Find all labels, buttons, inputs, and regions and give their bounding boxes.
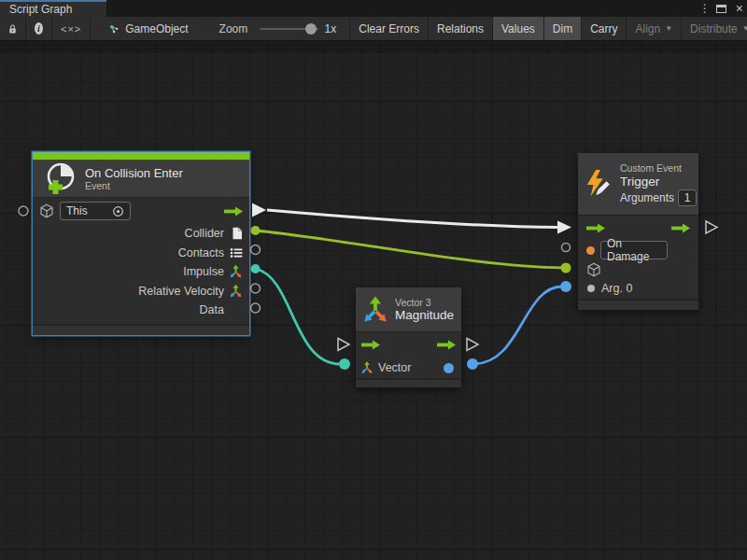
vector3-icon <box>229 265 243 279</box>
port-contacts-row[interactable]: Contacts <box>33 244 249 263</box>
zoom-label: Zoom <box>219 22 248 35</box>
port-data-row[interactable]: Data <box>33 301 249 320</box>
target-picker-icon[interactable] <box>112 205 124 217</box>
chevron-down-icon: ▼ <box>665 24 672 33</box>
flow-input-port[interactable] <box>360 340 381 350</box>
flow-output-port[interactable] <box>223 206 244 217</box>
vector3-icon <box>361 296 389 324</box>
flow-row <box>356 332 461 357</box>
port-impulse-row[interactable]: Impulse <box>33 262 249 282</box>
clear-errors-button[interactable]: Clear Errors <box>350 17 429 40</box>
node-subtitle: Event <box>85 180 183 191</box>
lock-button[interactable] <box>0 17 26 40</box>
node-title: Trigger <box>620 175 697 189</box>
node-footer <box>33 325 249 335</box>
canvas-top-shade <box>0 41 747 53</box>
window-tab-bar: Script Graph ⋮ × <box>0 0 747 17</box>
inspector-button[interactable]: i <box>26 17 52 40</box>
zoom-slider[interactable] <box>260 28 317 30</box>
zoom-slider-handle[interactable] <box>305 23 317 35</box>
node-header[interactable]: Custom Event Trigger Arguments 1 <box>578 153 698 215</box>
node-trigger-custom-event[interactable]: Custom Event Trigger Arguments 1 On Dama… <box>578 153 698 310</box>
target-field[interactable]: This <box>60 202 131 220</box>
lock-icon <box>8 22 17 35</box>
flow-output-port[interactable] <box>436 340 457 350</box>
tab-title: Script Graph <box>9 3 72 16</box>
port-relative-velocity-row[interactable]: Relative Velocity <box>33 282 249 301</box>
node-magnitude[interactable]: Vector 3 Magnitude Vector <box>356 287 461 387</box>
carry-toggle[interactable]: Carry <box>582 17 627 40</box>
list-icon <box>230 247 243 259</box>
node-header[interactable]: On Collision Enter Event <box>33 160 249 197</box>
tab-script-graph[interactable]: Script Graph <box>0 0 106 17</box>
node-footer <box>578 300 698 310</box>
port-vector-row[interactable]: Vector <box>356 357 461 378</box>
gameobject-icon <box>109 22 119 35</box>
target-row: This <box>33 198 249 224</box>
collision-event-icon <box>44 161 78 195</box>
close-icon[interactable]: × <box>736 4 743 13</box>
node-header[interactable]: Vector 3 Magnitude <box>356 287 461 331</box>
flow-input-port[interactable] <box>585 223 606 233</box>
node-title: Magnitude <box>395 308 454 322</box>
node-title: On Collision Enter <box>85 166 183 180</box>
relations-button[interactable]: Relations <box>429 17 493 40</box>
port-arg0-row[interactable]: Arg. 0 <box>578 278 698 299</box>
document-icon <box>232 227 243 240</box>
code-icon: <×> <box>61 23 81 35</box>
arguments-field[interactable]: 1 <box>678 189 697 206</box>
distribute-dropdown: Distribute ▼ <box>682 17 747 40</box>
arguments-label: Arguments <box>620 191 674 204</box>
port-collider-row[interactable]: Collider <box>33 224 249 244</box>
align-dropdown: Align ▼ <box>627 17 682 40</box>
vector3-icon <box>229 284 243 298</box>
vector3-icon <box>360 361 374 374</box>
zoom-value: 1x <box>325 22 337 35</box>
graph-context-section: GameObject Zoom 1x <box>91 17 350 40</box>
string-input-port[interactable] <box>586 246 595 255</box>
node-category: Vector 3 <box>395 297 454 308</box>
chevron-down-icon: ▼ <box>742 24 747 33</box>
event-color-strip <box>33 152 249 160</box>
code-view-button[interactable]: <×> <box>52 17 91 40</box>
event-name-row: On Damage <box>578 240 698 260</box>
event-name-field[interactable]: On Damage <box>600 241 668 259</box>
arg0-input-port[interactable] <box>587 285 595 292</box>
cube-icon <box>39 203 54 218</box>
gameobject-label[interactable]: GameObject <box>125 22 188 35</box>
cube-icon <box>586 262 601 277</box>
maximize-icon[interactable] <box>716 5 726 13</box>
bolt-pencil-icon <box>585 167 614 201</box>
values-toggle[interactable]: Values <box>493 17 544 40</box>
node-category: Custom Event <box>620 162 697 174</box>
node-on-collision-enter[interactable]: On Collision Enter Event This Collider C… <box>33 152 249 335</box>
dim-toggle[interactable]: Dim <box>544 17 582 40</box>
graph-toolbar: i <×> GameObject Zoom 1x Clear Errors Re… <box>0 17 747 41</box>
flow-output-port[interactable] <box>670 223 691 233</box>
info-icon: i <box>35 22 43 35</box>
node-footer <box>356 379 461 387</box>
float-output-port[interactable] <box>444 363 454 373</box>
window-controls: ⋮ × <box>699 0 743 17</box>
menu-kebab-icon[interactable]: ⋮ <box>699 2 707 15</box>
